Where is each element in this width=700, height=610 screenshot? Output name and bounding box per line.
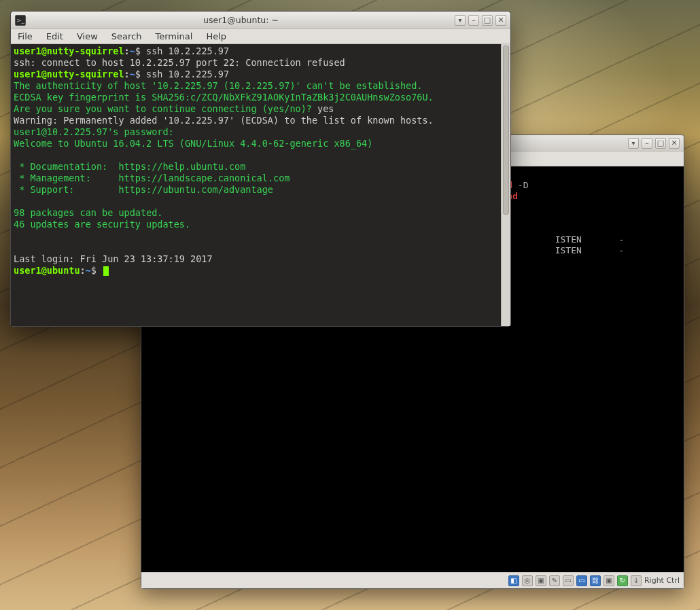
terminal-menu-item-help[interactable]: Help (206, 31, 226, 41)
terminal-app-icon: >_ (15, 15, 26, 26)
terminal-line (14, 242, 498, 253)
network-icon[interactable]: ⛓ (590, 575, 601, 586)
display-icon[interactable]: ▭ (576, 575, 587, 586)
usb-icon[interactable]: ✎ (549, 575, 560, 586)
terminal-line: 98 packages can be updated. (14, 207, 498, 219)
terminal-window: >_ user1@ubuntu: ~ ▾ – □ ✕ FileEditViewS… (10, 11, 511, 327)
terminal-menu-item-view[interactable]: View (77, 31, 98, 41)
terminal-line: ssh: connect to host 10.2.225.97 port 22… (14, 57, 498, 69)
terminal-line: user1@nutty-squirrel:~$ ssh 10.2.225.97 (14, 46, 498, 57)
terminal-line: * Support: https://ubuntu.com/advantage (14, 184, 498, 196)
minimize-button[interactable]: – (642, 138, 652, 149)
terminal-line: Welcome to Ubuntu 16.04.2 LTS (GNU/Linux… (14, 138, 498, 149)
rollup-button[interactable]: ▾ (628, 138, 639, 149)
scrollbar-thumb[interactable] (503, 46, 509, 215)
keyboard-capture-icon[interactable]: ↓ (631, 575, 642, 586)
terminal-line: user1@10.2.225.97's password: (14, 126, 498, 138)
close-button[interactable]: ✕ (495, 15, 506, 26)
maximize-button[interactable]: □ (482, 15, 493, 26)
desktop-wallpaper: VM VirtualBox ▾ – □ ✕ FileMachineViewInp… (0, 0, 700, 610)
terminal-menubar: FileEditViewSearchTerminalHelp (11, 29, 510, 44)
guest-additions-icon[interactable]: ↻ (617, 575, 628, 586)
host-key-label: Right Ctrl (644, 576, 680, 585)
terminal-scrollbar[interactable] (501, 44, 510, 326)
terminal-line (14, 149, 498, 161)
maximize-button[interactable]: □ (655, 138, 666, 149)
terminal-titlebar[interactable]: >_ user1@ubuntu: ~ ▾ – □ ✕ (11, 12, 510, 29)
terminal-menu-item-edit[interactable]: Edit (46, 31, 63, 41)
hd-icon[interactable]: ◧ (508, 575, 519, 586)
terminal-line: * Documentation: https://help.ubuntu.com (14, 161, 498, 173)
vbox-statusbar: ◧ ◎ ▣ ✎ ▭ ▭ ⛓ ▣ ↻ ↓ Right Ctrl (141, 572, 684, 588)
terminal-menu-item-search[interactable]: Search (111, 31, 142, 41)
minimize-button[interactable]: – (468, 15, 479, 26)
terminal-line: Warning: Permanently added '10.2.225.97'… (14, 115, 498, 126)
terminal-line: * Management: https://landscape.canonica… (14, 173, 498, 184)
terminal-line: user1@nutty-squirrel:~$ ssh 10.2.225.97 (14, 69, 498, 80)
terminal-line: The authenticity of host '10.2.225.97 (1… (14, 80, 498, 92)
terminal-menu-item-terminal[interactable]: Terminal (155, 31, 192, 41)
terminal-content[interactable]: user1@nutty-squirrel:~$ ssh 10.2.225.97s… (11, 44, 501, 326)
folder-icon[interactable]: ▣ (536, 575, 546, 586)
shared-folder-icon[interactable]: ▭ (563, 575, 574, 586)
terminal-line: user1@ubuntu:~$ (14, 265, 498, 276)
terminal-line (14, 230, 498, 242)
terminal-line: 46 updates are security updates. (14, 219, 498, 230)
terminal-line: Last login: Fri Jun 23 13:37:19 2017 (14, 253, 498, 265)
audio-icon[interactable]: ▣ (603, 575, 614, 586)
optical-icon[interactable]: ◎ (522, 575, 533, 586)
terminal-line: ECDSA key fingerprint is SHA256:c/ZCQ/Nb… (14, 92, 498, 103)
cursor (103, 266, 109, 276)
terminal-menu-item-file[interactable]: File (18, 31, 33, 41)
terminal-line (14, 196, 498, 207)
close-button[interactable]: ✕ (669, 138, 680, 149)
terminal-window-title: user1@ubuntu: ~ (30, 15, 452, 25)
terminal-line: Are you sure you want to continue connec… (14, 103, 498, 115)
rollup-button[interactable]: ▾ (455, 15, 466, 26)
